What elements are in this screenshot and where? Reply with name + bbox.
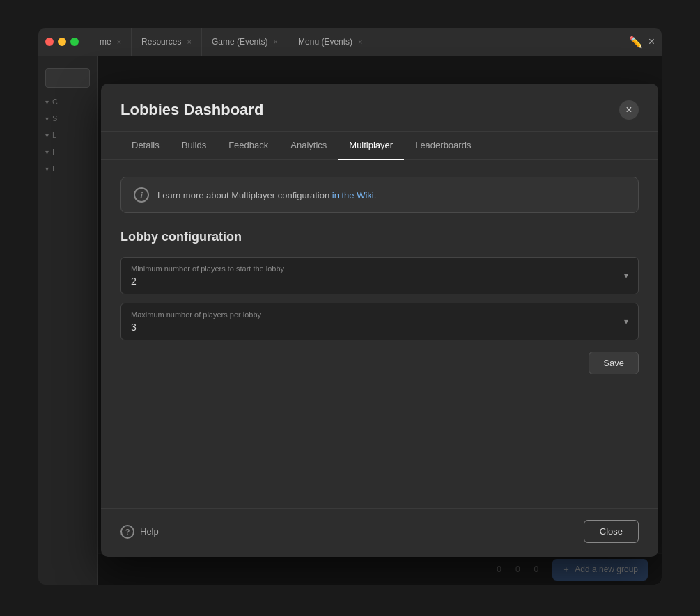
- min-players-label: Minimum number of players to start the l…: [131, 264, 628, 273]
- content-area: Lobbies Dashboard × Details Builds Feedb…: [98, 56, 662, 585]
- toolbar-right: ✏️ ×: [629, 35, 655, 49]
- sidebar-item-i1[interactable]: ▾ I: [38, 143, 97, 160]
- tab-resources-close[interactable]: ×: [187, 38, 191, 46]
- chevron-icon: ▾: [45, 132, 49, 139]
- modal-header: Lobbies Dashboard ×: [101, 84, 658, 132]
- info-text-content: Learn more about Multiplayer configurati…: [157, 190, 332, 200]
- sidebar-item-s[interactable]: ▾ S: [38, 110, 97, 127]
- tab-game-events-label: Game (Events): [212, 37, 268, 47]
- info-icon: i: [134, 187, 149, 203]
- sidebar-item-l[interactable]: ▾ L: [38, 127, 97, 143]
- toolbar-close-icon[interactable]: ×: [648, 35, 655, 48]
- save-button[interactable]: Save: [589, 352, 639, 374]
- min-players-value: 2: [131, 276, 628, 287]
- chevron-icon: ▾: [45, 115, 49, 123]
- modal-body: i Learn more about Multiplayer configura…: [101, 160, 658, 508]
- search-input[interactable]: [45, 68, 90, 88]
- tab-menu-events[interactable]: Menu (Events) ×: [288, 28, 373, 56]
- tab-me-label: me: [100, 37, 111, 47]
- edit-icon[interactable]: ✏️: [629, 35, 643, 49]
- lobby-config-title: Lobby configuration: [120, 230, 639, 244]
- search-area: [38, 63, 97, 93]
- min-players-chevron-icon: ▾: [624, 271, 628, 281]
- tab-analytics[interactable]: Analytics: [279, 132, 338, 160]
- tab-menu-events-label: Menu (Events): [298, 37, 352, 47]
- sidebar-label-l: L: [52, 131, 56, 139]
- max-players-dropdown[interactable]: Maximum number of players per lobby 3 ▾: [120, 303, 639, 340]
- modal-close-button[interactable]: ×: [619, 100, 639, 120]
- info-text-suffix: .: [374, 190, 377, 200]
- maximize-window-button[interactable]: [70, 38, 79, 46]
- info-banner: i Learn more about Multiplayer configura…: [120, 177, 639, 213]
- sidebar-label-s: S: [52, 114, 57, 123]
- modal-dialog: Lobbies Dashboard × Details Builds Feedb…: [101, 84, 658, 557]
- main-area: ▾ C ▾ S ▾ L ▾ I ▾ I: [38, 56, 662, 585]
- help-icon: ?: [120, 525, 134, 539]
- sidebar-item-i2[interactable]: ▾ I: [38, 160, 97, 177]
- chevron-icon: ▾: [45, 165, 49, 173]
- help-link[interactable]: ? Help: [120, 525, 159, 539]
- chevron-icon: ▾: [45, 148, 49, 156]
- tab-menu-events-close[interactable]: ×: [358, 38, 362, 46]
- tab-resources-label: Resources: [141, 37, 181, 47]
- save-area: Save: [120, 352, 639, 374]
- app-window: me × Resources × Game (Events) × Menu (E…: [38, 28, 662, 585]
- title-bar: me × Resources × Game (Events) × Menu (E…: [38, 28, 662, 56]
- modal-tab-bar: Details Builds Feedback Analytics Multip…: [101, 132, 658, 160]
- sidebar-label-i1: I: [52, 148, 54, 156]
- max-players-value: 3: [131, 322, 628, 333]
- modal-title: Lobbies Dashboard: [120, 101, 263, 119]
- tab-me[interactable]: me ×: [90, 28, 132, 56]
- tab-feedback[interactable]: Feedback: [217, 132, 279, 160]
- min-players-dropdown[interactable]: Minimum number of players to start the l…: [120, 257, 639, 294]
- tab-builds[interactable]: Builds: [171, 132, 217, 160]
- sidebar-label-i2: I: [52, 164, 54, 173]
- chevron-icon: ▾: [45, 98, 49, 106]
- close-button[interactable]: Close: [584, 520, 639, 543]
- tab-bar: me × Resources × Game (Events) × Menu (E…: [90, 28, 629, 56]
- tab-leaderboards[interactable]: Leaderboards: [404, 132, 482, 160]
- help-label: Help: [140, 526, 159, 537]
- tab-me-close[interactable]: ×: [117, 38, 121, 46]
- modal-footer: ? Help Close: [101, 508, 658, 557]
- tab-multiplayer[interactable]: Multiplayer: [338, 132, 404, 160]
- sidebar-item-c[interactable]: ▾ C: [38, 93, 97, 110]
- tab-game-events[interactable]: Game (Events) ×: [202, 28, 288, 56]
- tab-game-events-close[interactable]: ×: [274, 38, 278, 46]
- sidebar-label-c: C: [52, 97, 58, 106]
- max-players-chevron-icon: ▾: [624, 317, 628, 326]
- max-players-label: Maximum number of players per lobby: [131, 310, 628, 319]
- traffic-lights: [45, 38, 79, 46]
- close-window-button[interactable]: [45, 38, 54, 46]
- wiki-link[interactable]: in the Wiki: [332, 190, 374, 200]
- minimize-window-button[interactable]: [58, 38, 66, 46]
- sidebar: ▾ C ▾ S ▾ L ▾ I ▾ I: [38, 56, 98, 585]
- tab-details[interactable]: Details: [120, 132, 171, 160]
- info-text: Learn more about Multiplayer configurati…: [157, 190, 376, 200]
- tab-resources[interactable]: Resources ×: [132, 28, 202, 56]
